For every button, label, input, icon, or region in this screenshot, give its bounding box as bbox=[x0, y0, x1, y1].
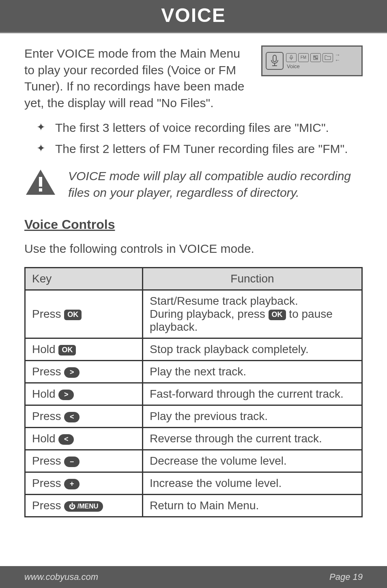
key-action: Press bbox=[32, 454, 64, 467]
bullet-text: The first 3 letters of voice recording f… bbox=[55, 121, 329, 135]
bullet-item: ✦ The first 3 letters of voice recording… bbox=[37, 121, 363, 135]
key-badge: + bbox=[64, 479, 80, 489]
warning-icon bbox=[24, 168, 57, 196]
key-cell: Hold < bbox=[25, 428, 143, 450]
key-action: Hold bbox=[32, 432, 58, 445]
key-action: Hold bbox=[32, 343, 58, 355]
table-row: Hold <Reverse through the current track. bbox=[25, 428, 362, 450]
table-row: Press +Increase the volume level. bbox=[25, 472, 362, 495]
table-row: Hold >Fast-forward through the current t… bbox=[25, 383, 362, 405]
intro-text: Enter VOICE mode from the Main Menu to p… bbox=[24, 45, 253, 111]
key-cell: Hold OK bbox=[25, 338, 143, 361]
key-cell: Press ⏻ /MENU bbox=[25, 495, 143, 517]
voice-main-icon bbox=[266, 52, 284, 70]
page-header: VOICE bbox=[0, 0, 387, 33]
key-badge: < bbox=[64, 412, 80, 422]
function-cell: Reverse through the current track. bbox=[143, 428, 362, 450]
page-footer: www.cobyusa.com Page 19 bbox=[0, 566, 387, 588]
key-action: Press bbox=[32, 477, 64, 489]
mic-icon bbox=[269, 54, 280, 67]
key-badge: OK bbox=[58, 345, 76, 355]
svg-rect-8 bbox=[316, 58, 318, 59]
svg-rect-3 bbox=[290, 55, 292, 58]
device-screen-mock: FM →← Voice bbox=[261, 45, 363, 76]
function-cell: Return to Main Menu. bbox=[143, 495, 362, 517]
star-icon: ✦ bbox=[37, 121, 45, 135]
screen-right-col: FM →← Voice bbox=[286, 52, 358, 69]
function-cell: Start/Resume track playback.During playb… bbox=[143, 290, 362, 338]
screen-icons-row: FM →← bbox=[286, 52, 358, 62]
key-cell: Press > bbox=[25, 361, 143, 383]
table-row: Hold OKStop track playback completely. bbox=[25, 338, 362, 361]
inline-key-badge: OK bbox=[269, 310, 286, 320]
key-badge: > bbox=[64, 367, 80, 378]
key-cell: Press OK bbox=[25, 290, 143, 338]
bullet-list: ✦ The first 3 letters of voice recording… bbox=[37, 121, 363, 156]
key-cell: Press + bbox=[25, 472, 143, 495]
bullet-text: The first 2 letters of FM Tuner recordin… bbox=[55, 142, 348, 156]
function-cell: Stop track playback completely. bbox=[143, 338, 362, 361]
footer-url: www.cobyusa.com bbox=[24, 572, 98, 582]
key-cell: Hold > bbox=[25, 383, 143, 405]
table-row: Press –Decrease the volume level. bbox=[25, 450, 362, 472]
header-title: VOICE bbox=[161, 4, 226, 26]
key-badge: < bbox=[58, 434, 74, 445]
svg-rect-7 bbox=[314, 56, 315, 57]
svg-rect-9 bbox=[39, 177, 42, 187]
table-row: Press OKStart/Resume track playback.Duri… bbox=[25, 290, 362, 338]
star-icon: ✦ bbox=[37, 142, 45, 156]
th-function: Function bbox=[143, 268, 362, 290]
svg-rect-0 bbox=[273, 55, 276, 62]
fm-small-icon: FM bbox=[298, 53, 309, 62]
key-action: Press bbox=[32, 410, 64, 422]
key-badge: > bbox=[58, 390, 74, 400]
intro-row: Enter VOICE mode from the Main Menu to p… bbox=[24, 45, 363, 111]
content-area: Enter VOICE mode from the Main Menu to p… bbox=[0, 33, 387, 517]
key-action: Press bbox=[32, 308, 64, 320]
bullet-item: ✦ The first 2 letters of FM Tuner record… bbox=[37, 142, 363, 156]
function-cell: Decrease the volume level. bbox=[143, 450, 362, 472]
screen-label: Voice bbox=[287, 63, 358, 69]
svg-rect-10 bbox=[39, 188, 42, 192]
key-badge: – bbox=[64, 457, 80, 467]
note-text: VOICE mode will play all compatible audi… bbox=[68, 168, 363, 201]
mic-small-icon bbox=[286, 53, 297, 62]
th-key: Key bbox=[25, 268, 143, 290]
table-row: Press ⏻ /MENUReturn to Main Menu. bbox=[25, 495, 362, 517]
svg-rect-6 bbox=[316, 56, 318, 60]
key-cell: Press – bbox=[25, 450, 143, 472]
key-action: Hold bbox=[32, 388, 58, 400]
section-title: Voice Controls bbox=[24, 217, 363, 232]
key-cell: Press < bbox=[25, 405, 143, 428]
key-badge: OK bbox=[64, 310, 82, 320]
function-cell: Play the next track. bbox=[143, 361, 362, 383]
function-cell: Fast-forward through the current track. bbox=[143, 383, 362, 405]
settings-small-icon bbox=[310, 53, 321, 62]
key-badge: ⏻ /MENU bbox=[64, 501, 103, 512]
key-action: Press bbox=[32, 365, 64, 378]
svg-rect-5 bbox=[314, 56, 315, 60]
footer-page: Page 19 bbox=[329, 572, 363, 582]
controls-table: Key Function Press OKStart/Resume track … bbox=[24, 267, 363, 517]
table-row: Press <Play the previous track. bbox=[25, 405, 362, 428]
function-cell: Play the previous track. bbox=[143, 405, 362, 428]
section-subtitle: Use the following controls in VOICE mode… bbox=[24, 242, 363, 256]
arrows-icon: →← bbox=[335, 52, 340, 62]
key-action: Press bbox=[32, 499, 64, 512]
folder-small-icon bbox=[322, 53, 333, 62]
table-row: Press >Play the next track. bbox=[25, 361, 362, 383]
note-row: VOICE mode will play all compatible audi… bbox=[24, 168, 363, 201]
function-cell: Increase the volume level. bbox=[143, 472, 362, 495]
